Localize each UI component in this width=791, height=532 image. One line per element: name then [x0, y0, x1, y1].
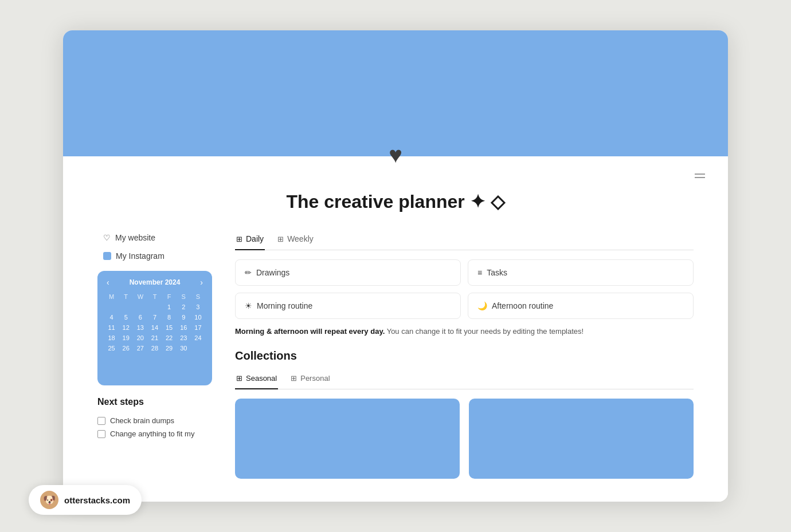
- calendar-day[interactable]: 18: [104, 333, 119, 343]
- calendar-day[interactable]: 5: [119, 312, 133, 322]
- calendar-day[interactable]: 7: [147, 312, 162, 322]
- tab-weekly[interactable]: ⊞ Weekly: [276, 230, 315, 250]
- calendar-day[interactable]: 13: [133, 322, 147, 333]
- calendar-day[interactable]: 12: [119, 322, 133, 333]
- calendar-day[interactable]: 16: [177, 322, 191, 333]
- card-drawings[interactable]: ✏ Drawings: [235, 259, 461, 286]
- calendar-day[interactable]: 23: [177, 333, 191, 343]
- tab-weekly-label: Weekly: [287, 234, 314, 243]
- calendar-day: [119, 302, 133, 312]
- calendar-widget: ‹ November 2024 › M T W T: [97, 271, 212, 385]
- calendar-day: [104, 302, 119, 312]
- card-tasks[interactable]: ≡ Tasks: [468, 259, 694, 286]
- card-afternoon-routine[interactable]: 🌙 Afternoon routine: [468, 293, 694, 319]
- calendar-day[interactable]: 21: [147, 333, 162, 343]
- tab-personal[interactable]: ⊞ Personal: [289, 371, 331, 389]
- collections-title: Collections: [235, 349, 694, 362]
- tab-daily[interactable]: ⊞ Daily: [235, 230, 265, 250]
- card-tasks-label: Tasks: [487, 268, 507, 277]
- calendar-day[interactable]: 9: [177, 312, 191, 322]
- calendar-prev-button[interactable]: ‹: [104, 278, 112, 287]
- info-text-regular: You can change it to fit your needs by e…: [387, 327, 584, 336]
- page-title: The creative planner ✦ ◇: [97, 191, 694, 212]
- window-controls: [695, 174, 705, 178]
- next-step-label-2: Change anything to fit my: [110, 429, 194, 438]
- left-sidebar: ♡ My website My Instagram ‹ November 202…: [97, 230, 212, 440]
- calendar-day[interactable]: 29: [162, 343, 177, 353]
- right-content: ⊞ Daily ⊞ Weekly ✏ Drawings ≡ T: [235, 230, 694, 479]
- calendar-day[interactable]: 2: [177, 302, 191, 312]
- calendar-day[interactable]: 27: [133, 343, 147, 353]
- calendar-header: ‹ November 2024 ›: [104, 278, 205, 287]
- checkbox-1[interactable]: [97, 417, 105, 425]
- moon-icon: 🌙: [477, 301, 487, 310]
- calendar-day[interactable]: 4: [104, 312, 119, 322]
- next-step-item-1: Check brain dumps: [97, 414, 212, 427]
- collections-grid: [235, 399, 694, 479]
- cal-day-t2: T: [147, 291, 162, 302]
- next-steps: Next steps Check brain dumps Change anyt…: [97, 397, 212, 440]
- calendar-day[interactable]: 19: [119, 333, 133, 343]
- weekly-grid-icon: ⊞: [277, 235, 284, 243]
- cal-day-s1: S: [177, 291, 191, 302]
- heart-icon: ♥: [389, 142, 402, 168]
- header-banner: ♥: [63, 30, 728, 156]
- calendar-day: [191, 343, 205, 353]
- nav-my-website[interactable]: ♡ My website: [97, 230, 212, 246]
- calendar-day[interactable]: 15: [162, 322, 177, 333]
- card-afternoon-routine-label: Afternoon routine: [492, 301, 553, 310]
- card-morning-routine[interactable]: ☀ Morning routine: [235, 293, 461, 319]
- content-area: The creative planner ✦ ◇ ♡ My website My…: [63, 156, 728, 502]
- branding-avatar-emoji: 🐶: [43, 494, 56, 506]
- calendar-day[interactable]: 24: [191, 333, 205, 343]
- branding-avatar: 🐶: [40, 491, 58, 509]
- app-window: ♥ The creative planner ✦ ◇ ♡ My website …: [63, 30, 728, 502]
- nav-my-instagram-label: My Instagram: [116, 251, 165, 261]
- instagram-icon: [103, 252, 111, 260]
- pencil-icon: ✏: [245, 268, 252, 277]
- calendar-day[interactable]: 17: [191, 322, 205, 333]
- tab-seasonal[interactable]: ⊞ Seasonal: [235, 371, 278, 389]
- cal-day-w: W: [133, 291, 147, 302]
- heart-outline-icon: ♡: [103, 233, 111, 242]
- tab-daily-label: Daily: [246, 234, 264, 243]
- collection-card-1[interactable]: [235, 399, 460, 479]
- calendar-day[interactable]: 6: [133, 312, 147, 322]
- calendar-day[interactable]: 3: [191, 302, 205, 312]
- calendar-day[interactable]: 10: [191, 312, 205, 322]
- calendar-day[interactable]: 25: [104, 343, 119, 353]
- calendar-day[interactable]: 26: [119, 343, 133, 353]
- next-step-label-1: Check brain dumps: [110, 416, 174, 425]
- calendar-grid: M T W T F S S 12345678910111213: [104, 291, 205, 353]
- checkbox-2[interactable]: [97, 430, 105, 438]
- calendar-day[interactable]: 1: [162, 302, 177, 312]
- calendar-day: [133, 302, 147, 312]
- tasks-icon: ≡: [477, 268, 482, 277]
- control-line-1: [695, 174, 705, 175]
- calendar-day: [147, 302, 162, 312]
- calendar-day[interactable]: 30: [177, 343, 191, 353]
- calendar-day[interactable]: 14: [147, 322, 162, 333]
- control-line-2: [695, 177, 705, 178]
- calendar-day[interactable]: 11: [104, 322, 119, 333]
- nav-my-website-label: My website: [115, 233, 155, 242]
- branding-badge: 🐶 otterstacks.com: [29, 485, 142, 515]
- cards-grid: ✏ Drawings ≡ Tasks ☀ Morning routine 🌙 A…: [235, 259, 694, 319]
- daily-tabs: ⊞ Daily ⊞ Weekly: [235, 230, 694, 250]
- cal-day-s2: S: [191, 291, 205, 302]
- info-text: Morning & afternoon will repeat every da…: [235, 326, 694, 338]
- calendar-day[interactable]: 28: [147, 343, 162, 353]
- card-drawings-label: Drawings: [256, 268, 289, 277]
- calendar-day[interactable]: 22: [162, 333, 177, 343]
- calendar-next-button[interactable]: ›: [198, 278, 205, 287]
- calendar-day[interactable]: 20: [133, 333, 147, 343]
- cal-day-m: M: [104, 291, 119, 302]
- collections-tabs: ⊞ Seasonal ⊞ Personal: [235, 371, 694, 389]
- nav-my-instagram[interactable]: My Instagram: [97, 248, 212, 264]
- seasonal-grid-icon: ⊞: [236, 374, 242, 383]
- sun-icon: ☀: [245, 301, 252, 310]
- calendar-day[interactable]: 8: [162, 312, 177, 322]
- tab-personal-label: Personal: [300, 374, 330, 383]
- collection-card-2[interactable]: [469, 399, 694, 479]
- personal-grid-icon: ⊞: [291, 374, 297, 383]
